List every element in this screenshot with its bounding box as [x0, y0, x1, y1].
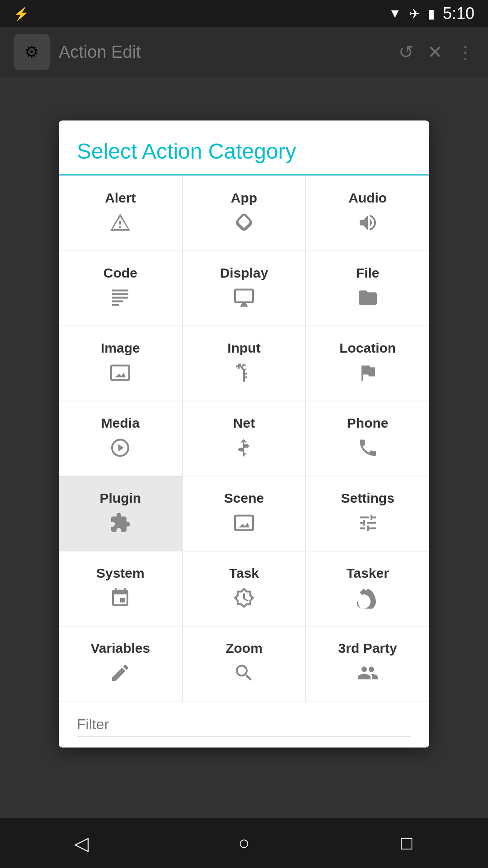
category-label-media: Media	[101, 415, 140, 431]
category-label-variables: Variables	[90, 641, 150, 656]
category-item-input[interactable]: Input	[183, 326, 306, 401]
category-item-alert[interactable]: Alert	[59, 176, 182, 251]
recent-button[interactable]: □	[389, 825, 425, 861]
category-label-tasker: Tasker	[346, 566, 389, 581]
category-item-zoom[interactable]: Zoom	[183, 627, 306, 701]
category-label-system: System	[96, 566, 145, 581]
category-item-display[interactable]: Display	[183, 251, 306, 326]
category-icon-alert	[109, 212, 131, 237]
category-item-code[interactable]: Code	[59, 251, 182, 326]
category-item-file[interactable]: File	[306, 251, 429, 326]
filter-bar	[59, 701, 429, 748]
category-item-plugin[interactable]: Plugin	[59, 476, 182, 551]
category-icon-tasker	[357, 587, 379, 612]
category-icon-3rdparty	[357, 662, 379, 687]
category-icon-system	[109, 587, 131, 612]
category-item-task[interactable]: Task	[183, 552, 306, 626]
category-icon-settings	[357, 512, 379, 537]
select-action-dialog: Select Action Category AlertAppAudioCode…	[59, 121, 429, 748]
category-icon-display	[233, 287, 255, 312]
category-label-task: Task	[229, 566, 259, 581]
navigation-bar: ◁ ○ □	[0, 818, 488, 868]
category-icon-scene	[233, 512, 255, 537]
status-bar-right: ▼ ✈ ▮ 5:10	[389, 4, 474, 23]
status-bar-left: ⚡	[14, 6, 29, 21]
category-icon-phone	[357, 437, 379, 462]
dialog-header: Select Action Category	[59, 121, 429, 176]
category-label-zoom: Zoom	[225, 641, 263, 656]
category-item-net[interactable]: Net	[183, 401, 306, 476]
category-label-code: Code	[103, 265, 137, 281]
status-bar: ⚡ ▼ ✈ ▮ 5:10	[0, 0, 488, 27]
back-button[interactable]: ◁	[63, 825, 99, 861]
category-icon-zoom	[233, 662, 255, 687]
category-icon-code	[109, 287, 131, 312]
category-label-display: Display	[220, 265, 268, 281]
category-label-3rdparty: 3rd Party	[338, 641, 397, 656]
category-item-tasker[interactable]: Tasker	[306, 552, 429, 626]
category-label-plugin: Plugin	[100, 491, 141, 506]
battery-icon: ▮	[428, 6, 435, 21]
category-item-audio[interactable]: Audio	[306, 176, 429, 251]
category-icon-input	[233, 362, 255, 387]
status-time: 5:10	[443, 4, 474, 23]
category-item-image[interactable]: Image	[59, 326, 182, 401]
category-icon-file	[357, 287, 379, 312]
category-label-audio: Audio	[348, 190, 387, 206]
category-label-image: Image	[101, 340, 140, 356]
category-label-app: App	[231, 190, 257, 206]
category-item-phone[interactable]: Phone	[306, 401, 429, 476]
filter-input[interactable]	[77, 712, 411, 737]
category-item-app[interactable]: App	[183, 176, 306, 251]
category-label-location: Location	[339, 340, 396, 356]
category-label-net: Net	[233, 415, 255, 431]
dialog-title: Select Action Category	[77, 139, 411, 164]
category-item-variables[interactable]: Variables	[59, 627, 182, 701]
category-icon-media	[109, 437, 131, 462]
category-item-location[interactable]: Location	[306, 326, 429, 401]
category-icon-plugin	[109, 512, 131, 537]
home-button[interactable]: ○	[226, 825, 262, 861]
category-icon-variables	[109, 662, 131, 687]
lightning-icon: ⚡	[14, 6, 29, 21]
category-label-file: File	[356, 265, 380, 281]
category-label-input: Input	[227, 340, 260, 356]
category-item-media[interactable]: Media	[59, 401, 182, 476]
category-item-system[interactable]: System	[59, 552, 182, 626]
category-icon-audio	[357, 212, 379, 237]
category-icon-app	[233, 212, 255, 237]
category-grid: AlertAppAudioCodeDisplayFileImageInputLo…	[59, 176, 429, 701]
category-label-scene: Scene	[224, 491, 264, 506]
category-item-3rdparty[interactable]: 3rd Party	[306, 627, 429, 701]
category-item-settings[interactable]: Settings	[306, 476, 429, 551]
category-label-phone: Phone	[347, 415, 389, 431]
category-icon-net	[233, 437, 255, 462]
category-label-alert: Alert	[105, 190, 136, 206]
category-icon-image	[109, 362, 131, 387]
category-icon-task	[233, 587, 255, 612]
category-icon-location	[357, 362, 379, 387]
wifi-icon: ▼	[389, 6, 401, 21]
airplane-icon: ✈	[409, 6, 420, 21]
category-item-scene[interactable]: Scene	[183, 476, 306, 551]
category-label-settings: Settings	[341, 491, 394, 506]
